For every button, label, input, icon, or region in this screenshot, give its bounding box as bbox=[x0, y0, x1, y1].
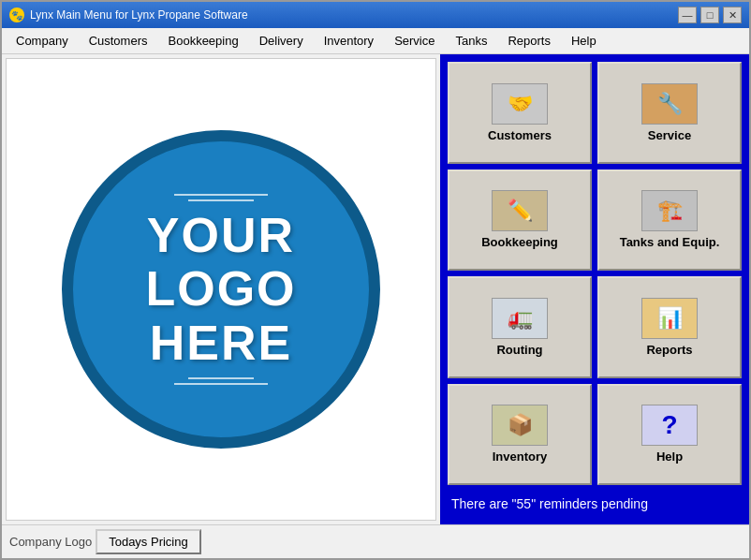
tanks-button[interactable]: 🏗️ Tanks and Equip. bbox=[597, 169, 742, 272]
routing-button[interactable]: 🚛 Routing bbox=[448, 276, 592, 378]
logo-text: YOUR LOGO HERE bbox=[145, 209, 296, 370]
company-logo-label: Company Logo bbox=[9, 535, 92, 549]
inventory-thumb: 📦 bbox=[492, 405, 548, 446]
window-controls: — □ ✕ bbox=[678, 7, 742, 23]
menu-bookkeeping[interactable]: Bookkeeping bbox=[158, 29, 249, 52]
title-bar-left: 🐾 Lynx Main Menu for Lynx Propane Softwa… bbox=[9, 7, 248, 22]
menu-help[interactable]: Help bbox=[561, 29, 607, 52]
menu-bar: Company Customers Bookkeeping Delivery I… bbox=[2, 28, 749, 54]
bookkeeping-label: Bookkeeping bbox=[481, 235, 558, 249]
bookkeeping-button[interactable]: ✏️ Bookkeeping bbox=[448, 169, 592, 272]
customers-thumb: 🤝 bbox=[492, 83, 548, 125]
menu-tanks[interactable]: Tanks bbox=[445, 29, 497, 52]
bookkeeping-thumb: ✏️ bbox=[492, 190, 548, 231]
service-thumb: 🔧 bbox=[641, 83, 698, 125]
close-button[interactable]: ✕ bbox=[723, 7, 742, 23]
logo-line-4 bbox=[174, 383, 268, 385]
routing-label: Routing bbox=[496, 343, 542, 357]
customers-label: Customers bbox=[488, 128, 552, 142]
inventory-button[interactable]: 📦 Inventory bbox=[448, 384, 592, 486]
logo-line3: HERE bbox=[145, 317, 296, 370]
main-content: YOUR LOGO HERE 🤝 bbox=[2, 54, 749, 524]
title-bar: 🐾 Lynx Main Menu for Lynx Propane Softwa… bbox=[2, 2, 749, 28]
menu-delivery[interactable]: Delivery bbox=[249, 29, 314, 52]
service-label: Service bbox=[648, 128, 691, 142]
menu-reports[interactable]: Reports bbox=[497, 29, 561, 52]
inventory-label: Inventory bbox=[493, 449, 548, 464]
logo-lines-bottom bbox=[174, 377, 268, 385]
bottom-bar: Company Logo Todays Pricing bbox=[2, 524, 749, 558]
main-window: 🐾 Lynx Main Menu for Lynx Propane Softwa… bbox=[0, 0, 751, 560]
right-panel: 🤝 Customers 🔧 Service ✏️ Bookkeep bbox=[440, 54, 749, 524]
minimize-button[interactable]: — bbox=[678, 7, 697, 23]
help-button[interactable]: ? Help bbox=[597, 384, 742, 486]
logo-panel: YOUR LOGO HERE bbox=[6, 58, 436, 521]
logo-circle: YOUR LOGO HERE bbox=[62, 130, 380, 449]
help-label: Help bbox=[656, 449, 683, 464]
app-icon: 🐾 bbox=[9, 7, 24, 22]
tanks-label: Tanks and Equip. bbox=[620, 235, 720, 249]
tanks-thumb: 🏗️ bbox=[641, 190, 698, 231]
button-grid: 🤝 Customers 🔧 Service ✏️ Bookkeep bbox=[448, 62, 742, 485]
logo-lines-top bbox=[174, 194, 268, 201]
reports-button[interactable]: 📊 Reports bbox=[597, 276, 742, 378]
reports-thumb: 📊 bbox=[641, 298, 698, 339]
reminder-text: There are "55" reminders pending bbox=[448, 491, 742, 517]
routing-thumb: 🚛 bbox=[492, 298, 548, 339]
logo-line-2 bbox=[188, 199, 254, 201]
menu-company[interactable]: Company bbox=[6, 29, 79, 52]
maximize-button[interactable]: □ bbox=[700, 7, 719, 23]
service-button[interactable]: 🔧 Service bbox=[597, 62, 742, 164]
logo-line-3 bbox=[188, 377, 254, 379]
menu-inventory[interactable]: Inventory bbox=[314, 29, 384, 52]
todays-pricing-button[interactable]: Todays Pricing bbox=[96, 529, 201, 554]
customers-button[interactable]: 🤝 Customers bbox=[448, 62, 592, 164]
logo-line-1 bbox=[174, 194, 268, 196]
logo-line1: YOUR bbox=[145, 209, 296, 262]
menu-customers[interactable]: Customers bbox=[79, 29, 158, 52]
window-title: Lynx Main Menu for Lynx Propane Software bbox=[30, 8, 248, 22]
menu-service[interactable]: Service bbox=[384, 29, 445, 52]
logo-area: YOUR LOGO HERE bbox=[62, 102, 380, 477]
reports-label: Reports bbox=[646, 343, 692, 357]
logo-line2: LOGO bbox=[145, 262, 296, 316]
help-thumb: ? bbox=[641, 405, 698, 446]
